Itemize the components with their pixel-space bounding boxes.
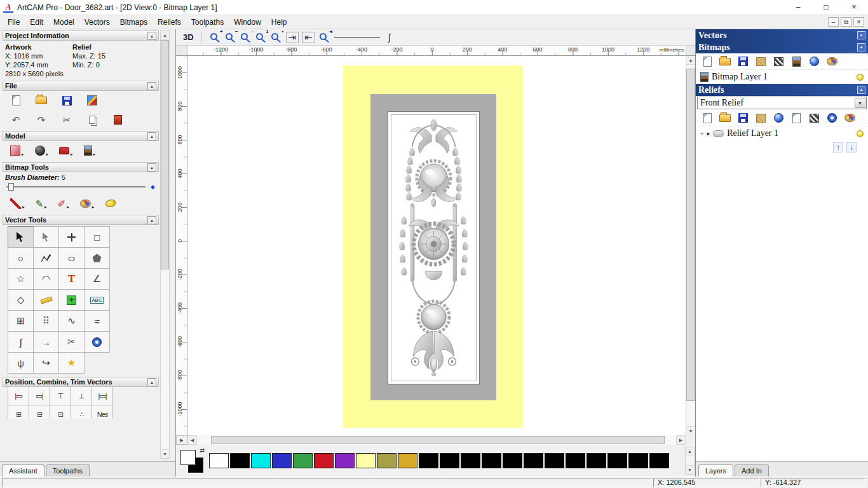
- fillet-tool[interactable]: ↪: [33, 352, 59, 374]
- minimize-button[interactable]: –: [784, 0, 812, 15]
- layer-visibility-bulb-icon[interactable]: [857, 130, 864, 137]
- relief-select[interactable]: Front Relief ▼: [697, 97, 867, 109]
- paint-tool[interactable]: ▸: [10, 197, 25, 210]
- cut-button[interactable]: ✂: [61, 113, 72, 126]
- tab-toolpaths[interactable]: Toolpaths: [46, 464, 90, 477]
- collapse-button[interactable]: ▲: [857, 31, 865, 39]
- adjust-model-button[interactable]: ▸: [10, 144, 24, 157]
- palette-swatch-16[interactable]: [545, 453, 564, 468]
- palette-swatch-8[interactable]: [377, 453, 397, 468]
- stamp-model-button[interactable]: ▸: [59, 144, 73, 157]
- align-right-tool[interactable]: ▭|: [29, 387, 50, 405]
- view-3d-button[interactable]: 3D: [181, 32, 196, 42]
- layer-down-button[interactable]: ↓: [846, 142, 857, 152]
- palette-swatch-12[interactable]: [461, 453, 480, 468]
- flood-fill-tool[interactable]: [105, 197, 116, 210]
- array-tool[interactable]: ∴: [71, 405, 92, 419]
- palette-swatch-21[interactable]: [649, 453, 669, 468]
- dropdown-arrow-icon[interactable]: ▼: [855, 98, 865, 108]
- menu-file[interactable]: File: [3, 16, 25, 29]
- contrast-bitmap-button[interactable]: [773, 55, 784, 68]
- menu-vectors[interactable]: Vectors: [79, 16, 115, 29]
- bitmap-layer-row[interactable]: Bitmap Layer 1: [696, 70, 868, 84]
- align-centre-tool[interactable]: |▭|: [92, 387, 113, 405]
- flyout-arrow-icon[interactable]: ▸: [92, 205, 95, 210]
- create-ellipse-tool[interactable]: ○: [58, 247, 85, 269]
- vectors-header[interactable]: Vectors ▲: [696, 29, 868, 41]
- flyout-arrow-icon[interactable]: ▸: [67, 205, 69, 210]
- layer-visibility-bulb-icon[interactable]: [857, 74, 864, 81]
- flyout-arrow-icon[interactable]: ▸: [22, 152, 24, 157]
- collapse-button[interactable]: ▲: [857, 86, 865, 94]
- palette-scrollbar[interactable]: ▲ ▼: [685, 447, 695, 475]
- duplicate-relief-button[interactable]: [790, 112, 802, 125]
- dimension-tool[interactable]: [33, 289, 59, 311]
- palette-swatch-20[interactable]: [628, 453, 648, 468]
- create-text-tool[interactable]: T: [58, 268, 85, 290]
- measure-tool[interactable]: ∠: [84, 268, 110, 290]
- sphere-relief-button[interactable]: [826, 112, 837, 125]
- snap-right-button[interactable]: ⇤: [302, 32, 315, 43]
- pan-button[interactable]: ▶: [176, 435, 187, 445]
- zoom-in-button[interactable]: +: [210, 31, 221, 44]
- create-rectangle-tool[interactable]: □: [84, 226, 110, 248]
- menu-window[interactable]: Window: [229, 16, 266, 29]
- texture-relief-button[interactable]: ▸: [35, 144, 49, 157]
- flyout-arrow-icon[interactable]: ▸: [22, 205, 25, 210]
- flyout-arrow-icon[interactable]: ▸: [71, 152, 73, 157]
- align-top-tool[interactable]: ⊤: [50, 387, 71, 405]
- palette-swatch-14[interactable]: [503, 453, 522, 468]
- trim-vectors-tool[interactable]: ✂: [58, 331, 85, 353]
- scroll-down-button[interactable]: ▼: [686, 465, 694, 474]
- greyscale-bitmap-button[interactable]: [790, 55, 802, 68]
- menu-edit[interactable]: Edit: [25, 16, 48, 29]
- vertical-scrollbar[interactable]: ▲ ▼: [686, 56, 695, 435]
- group-vectors-tool[interactable]: ⊞: [8, 405, 29, 419]
- maximize-button[interactable]: □: [812, 0, 840, 15]
- mirror-relief-button[interactable]: [808, 112, 820, 125]
- expand-plus-icon[interactable]: +: [700, 130, 704, 137]
- curve-preview[interactable]: ʃ: [384, 31, 395, 44]
- load-relief-layer-button[interactable]: [719, 112, 731, 125]
- menu-toolpaths[interactable]: Toolpaths: [186, 16, 229, 29]
- save-bitmap-layer-button[interactable]: [737, 55, 749, 68]
- scroll-up-button[interactable]: ▲: [161, 31, 169, 40]
- horizontal-scrollbar[interactable]: [197, 435, 676, 445]
- wrap-text-tool[interactable]: ABC: [84, 289, 110, 311]
- paste-button[interactable]: [86, 113, 98, 126]
- drawing-canvas[interactable]: [187, 56, 686, 435]
- new-model-button[interactable]: [10, 94, 22, 107]
- import-export-button[interactable]: [86, 94, 98, 107]
- flyout-arrow-icon[interactable]: ▸: [93, 152, 96, 157]
- collapse-button[interactable]: ▲: [147, 378, 156, 386]
- select-vectors-tool[interactable]: [8, 226, 34, 248]
- line-width-preview[interactable]: [334, 31, 380, 44]
- palette-relief-button[interactable]: [844, 112, 855, 125]
- layer-up-button[interactable]: ↑: [833, 142, 843, 152]
- swirl-relief-button[interactable]: [773, 112, 784, 125]
- scrollbar-thumb[interactable]: [686, 69, 695, 401]
- palette-swatch-19[interactable]: [607, 453, 627, 468]
- node-editing-tool[interactable]: [33, 226, 59, 248]
- scrollbar-thumb[interactable]: [161, 40, 169, 269]
- palette-swatch-13[interactable]: [482, 453, 501, 468]
- offset-vectors-tool[interactable]: ◇: [8, 289, 34, 311]
- vector-doctor-tool[interactable]: →: [33, 331, 59, 353]
- new-bitmap-layer-button[interactable]: [702, 55, 713, 68]
- slider-handle[interactable]: [8, 183, 14, 191]
- tab-assistant[interactable]: Assistant: [2, 464, 44, 477]
- relief-layer-row[interactable]: + ▸ Relief Layer 1: [696, 126, 868, 140]
- nest-tool[interactable]: Nes: [92, 405, 113, 419]
- open-model-button[interactable]: [36, 94, 47, 107]
- envelope-distort-tool[interactable]: ψ: [8, 352, 34, 374]
- scroll-up-button[interactable]: ▲: [686, 56, 695, 65]
- collapse-button[interactable]: ▲: [147, 132, 156, 140]
- palette-swatch-17[interactable]: [566, 453, 585, 468]
- tab-add-in[interactable]: Add In: [735, 464, 769, 477]
- palette-swatch-6[interactable]: [335, 453, 355, 468]
- colour-palette-tool[interactable]: ▸: [80, 197, 95, 210]
- fit-curves-tool[interactable]: ∿: [58, 310, 85, 332]
- menu-model[interactable]: Model: [48, 16, 79, 29]
- smooth-polyline-tool[interactable]: ≈: [84, 310, 110, 332]
- block-copy-tool[interactable]: ⊞: [8, 310, 34, 332]
